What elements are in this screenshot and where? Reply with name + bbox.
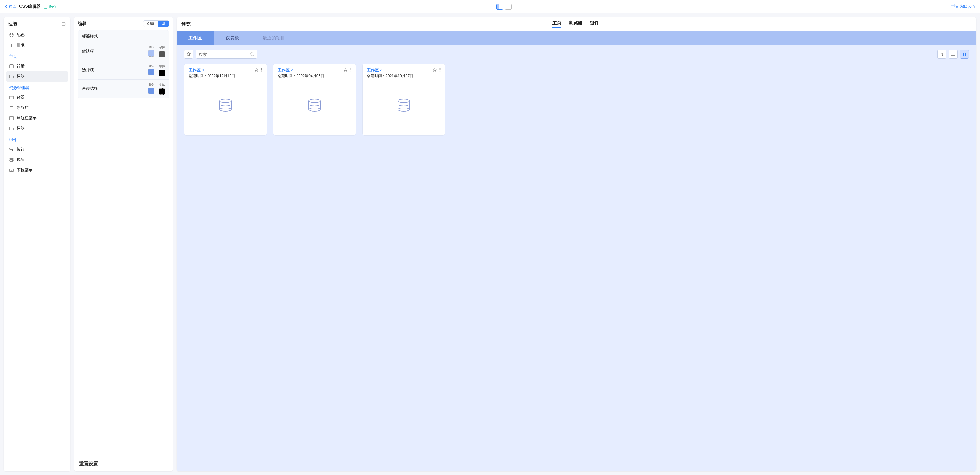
editor-title: 编辑 [78, 21, 87, 27]
star-icon [186, 52, 191, 56]
style-row-hover: 悬停选项 BG 字体 [78, 80, 169, 98]
svg-point-27 [220, 99, 231, 103]
svg-rect-21 [964, 53, 966, 54]
collapse-icon[interactable] [62, 22, 66, 26]
sidebar-item-label: 标签 [16, 74, 25, 79]
svg-point-17 [12, 160, 13, 161]
grid-view-button[interactable] [960, 49, 969, 59]
bg-swatch[interactable] [148, 69, 154, 75]
topbar: 返回 CSS编辑器 保存 重置为默认值 [0, 0, 980, 13]
sidebar-item-label: 导航栏 [16, 105, 29, 110]
preview-title: 预览 [181, 21, 191, 27]
more-icon[interactable] [439, 67, 441, 72]
save-button[interactable]: 保存 [43, 4, 57, 9]
palette-icon [9, 33, 14, 37]
svg-rect-7 [10, 75, 11, 76]
sidebar-item-color[interactable]: 配色 [6, 30, 68, 40]
image-icon [9, 64, 14, 69]
inner-tab-recent[interactable]: 最近的项目 [251, 31, 297, 45]
svg-point-25 [261, 69, 262, 70]
search-input[interactable] [199, 52, 250, 57]
reset-default-button[interactable]: 重置为默认值 [951, 4, 975, 9]
tab-style-section: 标签样式 默认项 BG 字体 选择项 BG 字体 悬停选项 BG 字体 [78, 30, 169, 98]
list-view-button[interactable] [948, 49, 958, 59]
svg-point-26 [261, 71, 262, 72]
svg-point-24 [261, 68, 262, 69]
style-row-label: 选择项 [82, 67, 94, 73]
sidebar-item-label: 导航栏菜单 [16, 116, 37, 121]
more-icon[interactable] [261, 67, 262, 72]
star-icon[interactable] [433, 67, 437, 72]
menu-icon [9, 105, 14, 110]
save-label: 保存 [49, 4, 57, 9]
grid-icon [963, 52, 966, 56]
svg-rect-20 [963, 53, 964, 54]
preview-tab-home[interactable]: 主页 [552, 20, 562, 28]
sidebar-item-tabs-explorer[interactable]: 标签 [6, 123, 68, 134]
bg-swatch[interactable] [148, 88, 154, 94]
database-icon [396, 98, 411, 113]
svg-point-31 [309, 99, 320, 103]
list-icon [951, 52, 955, 56]
sidebar-item-label: 标签 [16, 126, 25, 131]
tab-icon [9, 126, 14, 131]
sidebar-item-background-explorer[interactable]: 背景 [6, 92, 68, 102]
svg-point-32 [440, 68, 441, 69]
sidebar-item-navbar-menu[interactable]: 导航栏菜单 [6, 113, 68, 123]
sidebar-item-option[interactable]: 选项 [6, 155, 68, 165]
cursor-icon [9, 147, 14, 152]
css-mode-button[interactable]: CSS [143, 21, 158, 27]
style-row-label: 悬停选项 [82, 86, 98, 91]
svg-rect-9 [10, 96, 13, 97]
font-swatch[interactable] [159, 88, 165, 95]
sidebar-item-dropdown[interactable]: 下拉菜单 [6, 165, 68, 175]
sort-button[interactable] [937, 49, 947, 59]
font-swatch[interactable] [159, 51, 165, 57]
svg-point-3 [12, 34, 13, 35]
favorite-filter-button[interactable] [184, 49, 193, 59]
svg-point-30 [351, 71, 352, 72]
sidebar-item-typography[interactable]: 排版 [6, 40, 68, 51]
layout-split-left-button[interactable] [496, 4, 503, 10]
back-button[interactable]: 返回 [5, 4, 16, 9]
sidebar-group-components: 组件 [6, 134, 68, 144]
bg-swatch[interactable] [148, 50, 154, 57]
preview-panel: 预览 主页 浏览器 组件 工作区 仪表板 最近的项目 [177, 17, 976, 471]
workspace-card[interactable]: 工作区-3 创建时间：2021年10月07日 [362, 64, 445, 135]
dropdown-icon [9, 168, 14, 173]
font-label: 字体 [159, 64, 165, 69]
workspace-card[interactable]: 工作区-1 创建时间：2022年12月12日 [184, 64, 267, 135]
style-row-default: 默认项 BG 字体 [78, 42, 169, 61]
sidebar-item-background-home[interactable]: 背景 [6, 61, 68, 71]
star-icon[interactable] [254, 67, 259, 72]
bg-label: BG [149, 45, 154, 49]
inner-tab-dashboard[interactable]: 仪表板 [214, 31, 251, 45]
card-subtitle: 创建时间：2022年04月05日 [278, 74, 324, 78]
sidebar-item-label: 下拉菜单 [16, 167, 33, 173]
section-title: 标签样式 [78, 30, 169, 42]
sidebar-item-tabs-home[interactable]: 标签 [6, 71, 68, 82]
inner-tab-workspace[interactable]: 工作区 [177, 31, 214, 45]
ui-mode-button[interactable]: UI [158, 21, 169, 27]
sidebar-item-navbar[interactable]: 导航栏 [6, 102, 68, 113]
chevron-left-icon [5, 5, 8, 8]
font-label: 字体 [159, 83, 165, 87]
preview-tab-components[interactable]: 组件 [590, 20, 599, 28]
search-box[interactable] [196, 49, 257, 59]
sidebar-title: 性能 [8, 21, 17, 27]
card-title: 工作区-2 [278, 67, 324, 73]
toggle-icon [9, 158, 14, 162]
back-label: 返回 [8, 4, 16, 9]
sidebar-item-label: 选项 [16, 157, 25, 162]
svg-point-2 [10, 34, 11, 35]
font-swatch[interactable] [159, 70, 165, 76]
card-subtitle: 创建时间：2022年12月12日 [189, 74, 235, 78]
more-icon[interactable] [350, 67, 352, 72]
svg-point-35 [398, 99, 410, 103]
layout-split-right-button[interactable] [505, 4, 512, 10]
preview-tab-browser[interactable]: 浏览器 [569, 20, 582, 28]
svg-rect-13 [10, 148, 13, 150]
sidebar-item-button[interactable]: 按钮 [6, 144, 68, 155]
star-icon[interactable] [344, 67, 348, 72]
workspace-card[interactable]: 工作区-2 创建时间：2022年04月05日 [273, 64, 356, 135]
